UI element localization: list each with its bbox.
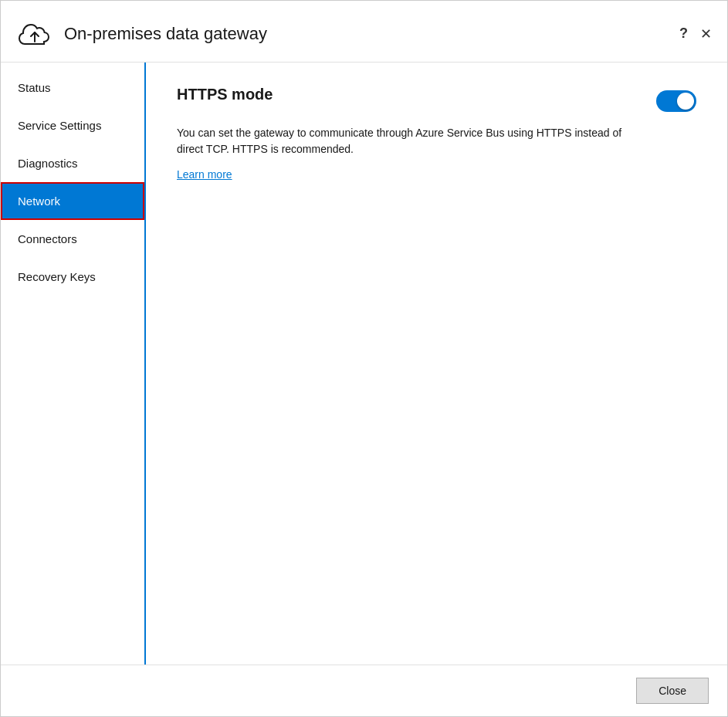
- main-content: HTTPS mode You can set the gateway to co…: [146, 63, 727, 665]
- help-button[interactable]: ?: [679, 25, 688, 42]
- sidebar-item-diagnostics[interactable]: Diagnostics: [1, 144, 144, 182]
- content-area: Status Service Settings Diagnostics Netw…: [1, 63, 727, 665]
- titlebar-controls: ? ✕: [679, 25, 712, 42]
- sidebar-item-status[interactable]: Status: [1, 69, 144, 107]
- toggle-thumb: [677, 93, 694, 110]
- footer: Close: [1, 665, 727, 716]
- gateway-icon: [16, 15, 53, 52]
- sidebar: Status Service Settings Diagnostics Netw…: [1, 63, 146, 665]
- window-close-button[interactable]: ✕: [700, 25, 712, 42]
- learn-more-link[interactable]: Learn more: [177, 168, 696, 181]
- sidebar-item-recovery-keys[interactable]: Recovery Keys: [1, 258, 144, 296]
- sidebar-item-connectors[interactable]: Connectors: [1, 220, 144, 258]
- sidebar-item-service-settings[interactable]: Service Settings: [1, 107, 144, 144]
- close-button[interactable]: Close: [636, 678, 709, 704]
- sidebar-item-network[interactable]: Network: [1, 182, 144, 220]
- main-window: On-premises data gateway ? ✕ Status Serv…: [0, 0, 728, 717]
- app-title: On-premises data gateway: [64, 24, 267, 44]
- titlebar: On-premises data gateway ? ✕: [1, 1, 727, 63]
- https-mode-row: HTTPS mode: [177, 86, 696, 116]
- section-title: HTTPS mode: [177, 86, 273, 103]
- https-mode-toggle[interactable]: [656, 90, 696, 112]
- section-description: You can set the gateway to communicate t…: [177, 125, 625, 157]
- titlebar-left: On-premises data gateway: [16, 15, 267, 52]
